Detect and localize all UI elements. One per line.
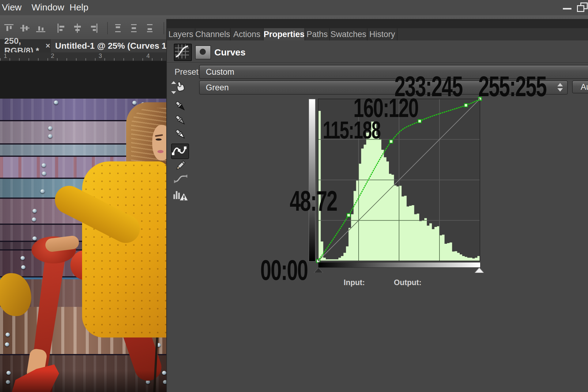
panel-tab-paths[interactable]: Paths — [305, 28, 330, 40]
histogram-warning-icon[interactable] — [173, 189, 188, 202]
photo-face — [152, 125, 166, 160]
menu-help[interactable]: Help — [70, 2, 89, 13]
rivet — [54, 100, 58, 104]
black-point-slider[interactable] — [314, 268, 323, 273]
panel-tab-layers[interactable]: Layers — [167, 28, 195, 40]
curve-annotation: 48:72 — [290, 187, 337, 215]
align-right-edges-icon[interactable] — [89, 24, 98, 33]
auto-button[interactable]: Auto — [572, 81, 588, 93]
rivet — [6, 333, 10, 337]
rivet — [32, 236, 37, 240]
minimize-button[interactable] — [563, 8, 571, 9]
menu-window[interactable]: Window — [32, 2, 64, 13]
input-gradient-bar — [318, 262, 481, 268]
photo-eye — [156, 138, 162, 141]
menu-view[interactable]: View — [2, 2, 21, 13]
black-point-eyedropper-icon[interactable] — [174, 100, 189, 113]
panel-tab-strip: LayersChannelsActionsPropertiesPathsSwat… — [167, 28, 588, 40]
mask-circle — [200, 49, 206, 55]
smooth-curve-tool-icon[interactable] — [174, 173, 189, 186]
distribute-vertical-centers-icon[interactable] — [129, 24, 138, 33]
curve-annotation: 233:245 — [394, 72, 462, 100]
output-gradient-bar — [309, 99, 315, 262]
channel-value: Green — [200, 83, 229, 92]
align-vertical-centers-icon[interactable] — [20, 24, 29, 33]
rivet — [48, 126, 52, 130]
document-canvas — [0, 61, 166, 392]
rivet — [132, 101, 137, 105]
curve-annotation: 00:00 — [260, 256, 307, 284]
rivet — [21, 265, 25, 269]
photoshop-window: 250, RGB/8) * × Untitled-1 @ 25% (Curves… — [0, 0, 588, 392]
input-label: Input: — [344, 278, 365, 287]
rivet — [40, 189, 45, 193]
panel-tab-swatches[interactable]: Swatches — [330, 28, 368, 40]
distribute-bottom-edges-icon[interactable] — [145, 24, 154, 33]
panel-top-strip — [167, 19, 588, 28]
gray-point-eyedropper-icon[interactable] — [174, 114, 189, 127]
curves-thumbnail-icon[interactable] — [174, 43, 192, 61]
rivet — [21, 256, 25, 260]
rivet — [42, 172, 46, 175]
photo-sweater-texture — [82, 161, 166, 337]
panel-tab-properties[interactable]: Properties — [264, 28, 305, 40]
curve-annotation: 255:255 — [478, 72, 546, 100]
white-point-slider[interactable] — [475, 268, 484, 273]
targeted-adjustment-tool-icon[interactable] — [171, 81, 187, 94]
align-left-edges-icon[interactable] — [57, 24, 66, 33]
mask-thumbnail-icon[interactable] — [195, 45, 211, 59]
white-point-eyedropper-icon[interactable] — [174, 128, 189, 141]
edit-points-tool-icon[interactable] — [171, 143, 189, 159]
ruler-ticks — [0, 58, 166, 61]
close-icon[interactable]: × — [46, 41, 50, 51]
distribute-top-edges-icon[interactable] — [113, 24, 123, 33]
photo-image — [0, 99, 166, 392]
horizontal-ruler: 1234 — [0, 52, 166, 61]
panel-tab-history[interactable]: History — [368, 28, 398, 40]
output-label: Output: — [394, 278, 421, 287]
channel-spinner-icon[interactable] — [557, 83, 564, 92]
align-horizontal-centers-icon[interactable] — [73, 24, 82, 33]
pencil-tool-icon[interactable] — [174, 160, 189, 173]
toolbar-separator — [164, 22, 164, 34]
align-bottom-edges-icon[interactable] — [36, 24, 45, 33]
panel-tab-actions[interactable]: Actions — [231, 28, 264, 40]
rivet — [42, 163, 46, 167]
preset-value: Custom — [200, 67, 234, 77]
rivet — [32, 217, 36, 221]
rivet — [48, 134, 52, 138]
divider — [167, 62, 588, 63]
photo-shadow — [0, 371, 166, 392]
toolbar-separator — [107, 22, 108, 34]
photo-lips — [157, 150, 164, 153]
preset-label: Preset: — [175, 67, 201, 77]
restore-icon-front — [577, 5, 584, 12]
align-top-edges-icon[interactable] — [4, 24, 13, 33]
panel-title: Curves — [214, 47, 246, 58]
panel-tab-channels[interactable]: Channels — [195, 28, 231, 40]
document-tab-1[interactable]: 250, RGB/8) * × — [0, 39, 55, 52]
menu-bar: View Window Help — [0, 0, 588, 15]
rivet — [32, 209, 37, 213]
rivet — [5, 342, 9, 346]
restore-button[interactable] — [577, 2, 587, 12]
